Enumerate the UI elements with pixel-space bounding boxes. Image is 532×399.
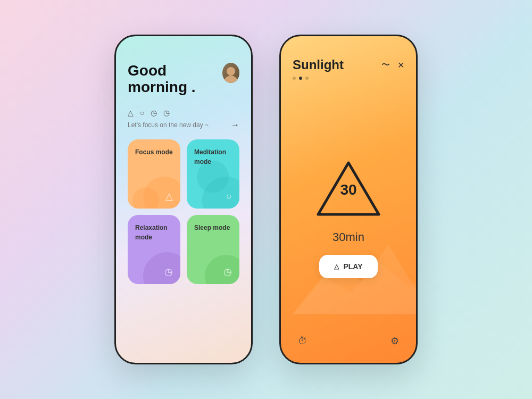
right-phone: Sunlight 〜 ✕ 30 30min xyxy=(279,35,418,364)
clock-icon-2: ◷ xyxy=(163,109,170,117)
greeting-text: Good morning . xyxy=(128,63,222,96)
sunlight-header: Sunlight 〜 ✕ xyxy=(293,57,404,72)
avatar xyxy=(222,63,239,83)
arrow-right-icon[interactable]: → xyxy=(231,120,239,130)
modes-grid: Focus mode △ Meditation mode ○ Relaxatio… xyxy=(128,139,239,284)
tagline-row: Let's focus on the new day ~ → xyxy=(128,120,239,130)
relaxation-mode-card[interactable]: Relaxation mode ◷ xyxy=(128,215,180,284)
timer-number: 30 xyxy=(340,181,356,198)
sleep-mode-icon: ◷ xyxy=(223,266,232,278)
focus-mode-label: Focus mode xyxy=(135,148,173,156)
triangle-timer: 30 xyxy=(314,159,383,220)
greeting-title: Good morning . xyxy=(128,63,222,96)
close-icon[interactable]: ✕ xyxy=(397,60,404,70)
relaxation-mode-icon: ◷ xyxy=(164,266,173,278)
sleep-mode-label: Sleep mode xyxy=(194,224,230,231)
focus-mode-icon: △ xyxy=(165,190,173,202)
left-phone: Good morning . △ ○ ◷ ◷ Let's focus on th… xyxy=(114,35,253,364)
sleep-deco-1 xyxy=(205,255,239,284)
focus-mode-card[interactable]: Focus mode △ xyxy=(128,139,180,209)
meditation-mode-card[interactable]: Meditation mode ○ xyxy=(187,139,239,209)
activity-icon[interactable]: 〜 xyxy=(381,60,390,71)
meditation-mode-icon: ○ xyxy=(226,191,232,202)
timer-section: 30 30min △ PLAY xyxy=(293,101,404,335)
header-icons: 〜 ✕ xyxy=(381,60,404,71)
tagline-text: Let's focus on the new day ~ xyxy=(128,121,209,129)
relaxation-deco-1 xyxy=(143,252,180,284)
timer-bottom-icon[interactable]: ⏱ xyxy=(298,336,307,347)
mountain-decoration xyxy=(293,229,418,314)
dot-1 xyxy=(293,77,296,80)
relaxation-mode-label: Relaxation mode xyxy=(135,224,168,242)
sunlight-title: Sunlight xyxy=(293,57,344,72)
dots-indicator xyxy=(293,77,404,80)
triangle-icon: △ xyxy=(128,109,134,117)
sleep-mode-card[interactable]: Sleep mode ◷ xyxy=(187,215,239,284)
settings-bottom-icon[interactable]: ⚙ xyxy=(390,335,399,347)
greeting-section: Good morning . xyxy=(128,63,239,96)
circle-icon: ○ xyxy=(140,109,144,117)
dot-2-active xyxy=(299,77,302,80)
dot-3 xyxy=(305,77,309,80)
mode-icons-row: △ ○ ◷ ◷ xyxy=(128,109,239,117)
clock-icon-1: ◷ xyxy=(151,109,157,117)
bottom-nav: ⏱ ⚙ xyxy=(293,335,404,352)
